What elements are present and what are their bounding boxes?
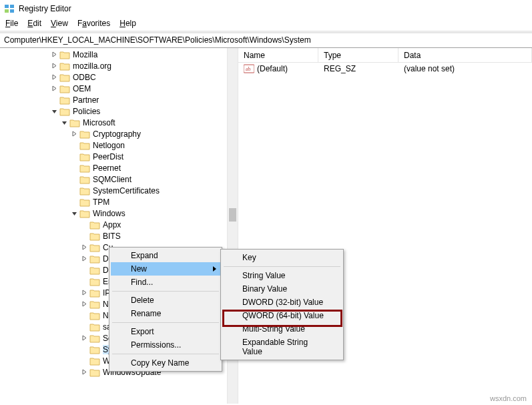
svg-rect-2 — [5, 9, 9, 13]
svg-rect-0 — [5, 5, 9, 8]
svg-rect-1 — [10, 5, 14, 8]
folder-icon — [89, 311, 100, 320]
menu-item[interactable]: Rename — [111, 307, 220, 320]
tree-item-label: mozilla.org — [73, 61, 111, 71]
expand-icon[interactable] — [80, 334, 88, 342]
titlebar: Registry Editor — [0, 0, 532, 17]
tree-item-label: OEM — [73, 84, 91, 93]
folder-icon — [89, 334, 100, 343]
col-name[interactable]: Name — [238, 48, 318, 62]
expand-icon[interactable] — [80, 255, 88, 263]
address-bar[interactable]: Computer\HKEY_LOCAL_MACHINE\SOFTWARE\Pol… — [0, 33, 532, 47]
menu-item[interactable]: Multi-String Value — [222, 322, 342, 336]
scrollbar-thumb[interactable] — [229, 208, 236, 222]
menu-file[interactable]: File — [5, 19, 18, 28]
folder-icon — [89, 322, 100, 332]
expand-icon[interactable] — [80, 289, 88, 297]
svg-text:ab: ab — [246, 66, 251, 72]
folder-icon — [59, 61, 70, 71]
folder-icon — [79, 163, 90, 173]
folder-icon — [89, 345, 100, 354]
folder-icon — [79, 197, 90, 207]
folder-icon — [79, 152, 90, 161]
folder-icon — [89, 254, 100, 264]
folder-icon — [89, 300, 100, 309]
col-type[interactable]: Type — [318, 48, 398, 62]
tree-item[interactable]: OEM — [0, 83, 227, 94]
tree-item[interactable]: mozilla.org — [0, 60, 227, 71]
value-name: (Default) — [257, 64, 288, 73]
string-value-icon: ab — [244, 64, 254, 73]
folder-icon — [89, 232, 100, 241]
menu-item[interactable]: QWORD (64-bit) Value — [222, 309, 342, 322]
tree-item[interactable]: Microsoft — [0, 117, 227, 128]
menu-separator — [112, 322, 219, 323]
tree-item[interactable]: SystemCertificates — [0, 185, 227, 196]
expand-icon[interactable] — [50, 62, 58, 70]
expand-icon[interactable] — [80, 244, 88, 252]
tree-item[interactable]: Partner — [0, 94, 227, 105]
tree-item-label: BITS — [103, 232, 121, 241]
tree-item[interactable]: Windows — [0, 208, 227, 219]
expand-icon[interactable] — [50, 51, 58, 59]
menu-edit[interactable]: Edit — [27, 19, 41, 28]
tree-item[interactable]: BITS — [0, 230, 227, 242]
menubar: File Edit View Favorites Help — [0, 17, 532, 31]
tree-item-label: Partner — [73, 95, 99, 105]
expand-icon[interactable] — [80, 368, 88, 376]
expand-icon[interactable] — [50, 85, 58, 93]
menu-item[interactable]: Expand — [111, 249, 220, 262]
menu-item[interactable]: Delete — [111, 294, 220, 307]
tree-item[interactable]: Appx — [0, 219, 227, 230]
expand-icon[interactable] — [80, 300, 88, 308]
tree-item[interactable]: PeerDist — [0, 151, 227, 162]
tree-item[interactable]: TPM — [0, 196, 227, 208]
tree-item[interactable]: Cryptography — [0, 128, 227, 139]
folder-icon — [79, 141, 90, 150]
tree-item-label: ODBC — [73, 73, 96, 82]
folder-icon — [59, 95, 70, 105]
menu-item[interactable]: Expandable String Value — [222, 336, 342, 358]
menu-separator — [112, 354, 219, 354]
list-row[interactable]: ab (Default) REG_SZ (value not set) — [238, 63, 532, 75]
tree-item-label: Windows — [93, 209, 125, 218]
tree-item-label: SystemCertificates — [93, 186, 160, 195]
tree-item[interactable]: ODBC — [0, 71, 227, 83]
menu-item[interactable]: DWORD (32-bit) Value — [222, 296, 342, 309]
list-header[interactable]: Name Type Data — [238, 48, 532, 63]
tree-item[interactable]: Policies — [0, 105, 227, 117]
tree-item[interactable]: SQMClient — [0, 173, 227, 185]
tree-item-label: Microsoft — [83, 118, 115, 127]
tree-item-label: Policies — [73, 107, 100, 116]
folder-icon — [79, 186, 90, 195]
expand-icon[interactable] — [70, 130, 78, 138]
menu-favorites[interactable]: Favorites — [77, 19, 110, 28]
svg-rect-3 — [10, 9, 14, 13]
tree-item[interactable]: Peernet — [0, 162, 227, 173]
menu-help[interactable]: Help — [119, 19, 136, 28]
folder-icon — [79, 129, 90, 139]
tree-item[interactable]: Mozilla — [0, 49, 227, 60]
folder-icon — [69, 118, 80, 127]
menu-item[interactable]: Permissions... — [111, 338, 220, 352]
menu-item[interactable]: Find... — [111, 276, 220, 289]
menu-view[interactable]: View — [51, 19, 68, 28]
menu-separator — [224, 266, 340, 267]
menu-item[interactable]: Binary Value — [222, 282, 342, 296]
menu-item[interactable]: Key — [222, 251, 342, 264]
col-data[interactable]: Data — [398, 48, 532, 62]
expand-icon[interactable] — [50, 73, 58, 81]
menu-item[interactable]: New — [111, 262, 220, 276]
folder-icon — [79, 209, 90, 218]
collapse-icon[interactable] — [70, 210, 78, 218]
menu-item[interactable]: Copy Key Name — [111, 356, 220, 370]
context-submenu-new[interactable]: KeyString ValueBinary ValueDWORD (32-bit… — [220, 249, 344, 360]
collapse-icon[interactable] — [60, 119, 68, 127]
tree-item-label: Cryptography — [93, 129, 141, 139]
context-menu[interactable]: ExpandNewFind...DeleteRenameExportPermis… — [109, 247, 222, 372]
folder-icon — [89, 368, 100, 377]
menu-item[interactable]: Export — [111, 325, 220, 338]
menu-item[interactable]: String Value — [222, 269, 342, 282]
collapse-icon[interactable] — [50, 107, 58, 115]
tree-item[interactable]: Netlogon — [0, 139, 227, 151]
